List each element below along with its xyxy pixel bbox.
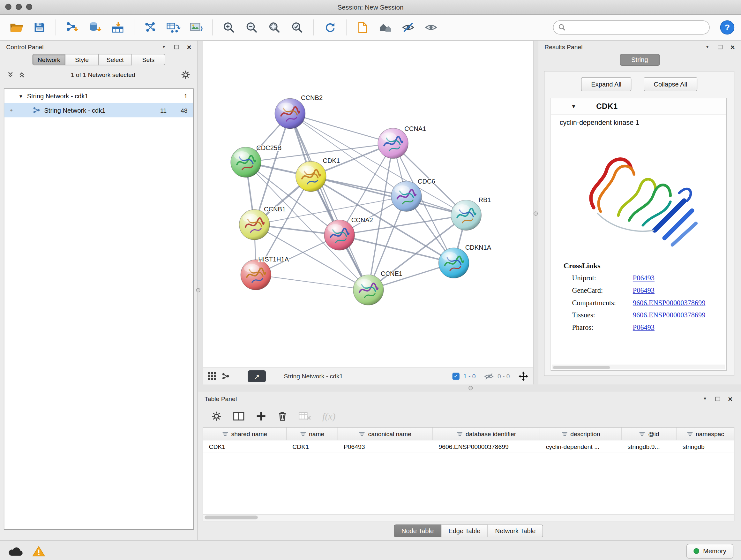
network-row[interactable]: ● String Network - cdk1 11 48	[4, 103, 193, 117]
network-edge-CDK1-RB1[interactable]	[311, 177, 466, 215]
scrollbar-thumb[interactable]	[205, 516, 258, 519]
collapse-all-icon[interactable]	[7, 71, 14, 78]
cloud-icon[interactable]	[8, 546, 24, 557]
zoom-in-icon[interactable]	[219, 17, 239, 37]
network-canvas[interactable]: CCNB2CCNA1CDC25BCDK1CDC6RB1CCNB1CCNA2CDK…	[203, 41, 533, 368]
network-node-CCNB1[interactable]	[239, 209, 270, 240]
column-header-database-identifier[interactable]: database identifier	[433, 428, 540, 440]
title-bar[interactable]: Session: New Session	[0, 0, 741, 15]
tab-network[interactable]: Network	[32, 54, 65, 65]
tab-string[interactable]: String	[620, 54, 660, 66]
table-row-cdk1[interactable]: CDK1 CDK1 P06493 9606.ENSP00000378699 cy…	[203, 440, 734, 453]
detach-view-button[interactable]: ↗	[248, 370, 266, 382]
cell-name[interactable]: CDK1	[286, 440, 338, 453]
expand-all-button[interactable]: Expand All	[581, 77, 631, 91]
cell-namespace[interactable]: stringdb	[677, 440, 734, 453]
column-header-namespace[interactable]: namespac	[677, 428, 734, 440]
open-session-icon[interactable]	[7, 17, 26, 37]
search-input[interactable]	[569, 23, 704, 31]
network-node-CCNE1[interactable]	[353, 275, 384, 305]
column-header-canonical-name[interactable]: canonical name	[338, 428, 433, 440]
import-network-from-database-icon[interactable]	[85, 17, 105, 37]
network-node-HIST1H1A[interactable]	[241, 260, 271, 290]
pharos-link[interactable]: P06493	[633, 323, 655, 331]
panel-float-icon[interactable]	[174, 45, 179, 49]
new-network-icon[interactable]	[140, 17, 160, 37]
toolbar-search[interactable]	[553, 20, 710, 35]
network-collection-row[interactable]: ▼ String Network - cdk1 1	[4, 89, 193, 103]
clone-network-icon[interactable]	[163, 17, 183, 37]
selected-checkbox-icon[interactable]: ✓	[453, 373, 460, 380]
cell-description[interactable]: cyclin-dependent ...	[540, 440, 622, 453]
gear-icon[interactable]	[181, 70, 191, 79]
birdseye-home-icon[interactable]	[376, 17, 395, 37]
show-graphics-details-eye-icon[interactable]	[421, 17, 441, 37]
card-horizontal-scrollbar[interactable]	[552, 365, 725, 369]
genecard-link[interactable]: P06493	[633, 287, 655, 294]
column-header-name[interactable]: name	[286, 428, 338, 440]
tab-select[interactable]: Select	[98, 54, 132, 65]
tab-node-table[interactable]: Node Table	[394, 524, 441, 537]
import-table-from-file-icon[interactable]	[108, 17, 128, 37]
grid-view-icon[interactable]	[208, 372, 216, 380]
panel-menu-icon[interactable]: ▼	[162, 45, 166, 49]
network-node-CCNA2[interactable]	[324, 220, 354, 250]
network-node-CCNB2[interactable]	[275, 98, 305, 129]
import-network-from-file-icon[interactable]	[62, 17, 82, 37]
zoom-selected-icon[interactable]	[287, 17, 307, 37]
memory-button[interactable]: Memory	[686, 544, 733, 558]
network-edge-CCNB2-CCNE1[interactable]	[290, 114, 368, 290]
expand-all-icon[interactable]	[18, 71, 25, 78]
panel-menu-icon[interactable]: ▼	[703, 397, 707, 401]
card-caret-icon[interactable]: ▼	[571, 104, 576, 109]
zoom-out-icon[interactable]	[242, 17, 261, 37]
table-gear-icon[interactable]	[211, 411, 222, 422]
help-button[interactable]: ?	[720, 20, 735, 35]
window-close-button[interactable]	[5, 4, 11, 10]
column-header-id[interactable]: @id	[622, 428, 677, 440]
pan-crosshair-icon[interactable]	[518, 371, 528, 381]
network-node-CDK1[interactable]	[296, 161, 326, 192]
column-header-shared-name[interactable]: shared name	[203, 428, 287, 440]
network-node-CDC6[interactable]	[391, 181, 421, 211]
cell-canonical-name[interactable]: P06493	[338, 440, 433, 453]
network-node-CDKN1A[interactable]	[439, 248, 469, 278]
uniprot-link[interactable]: P06493	[633, 274, 655, 282]
zoom-fit-content-icon[interactable]	[265, 17, 284, 37]
panel-float-icon[interactable]	[715, 397, 720, 401]
add-column-icon[interactable]	[233, 412, 245, 421]
network-node-CDC25B[interactable]	[231, 147, 261, 178]
tab-sets[interactable]: Sets	[132, 54, 165, 65]
window-zoom-button[interactable]	[26, 4, 32, 10]
network-edge-HIST1H1A-CCNE1[interactable]	[256, 275, 368, 290]
session-snapshot-icon[interactable]	[353, 17, 373, 37]
panel-menu-icon[interactable]: ▼	[705, 45, 710, 49]
network-edge-CCNB2-CCNA1[interactable]	[290, 114, 393, 143]
delete-column-trash-icon[interactable]	[278, 411, 287, 422]
collapse-all-button[interactable]: Collapse All	[644, 77, 697, 91]
tab-network-table[interactable]: Network Table	[488, 524, 543, 537]
horizontal-splitter[interactable]	[198, 384, 741, 391]
export-image-icon[interactable]	[186, 17, 206, 37]
cell-id[interactable]: stringdb:9...	[622, 440, 677, 453]
panel-close-icon[interactable]: ×	[731, 44, 735, 51]
save-session-icon[interactable]	[29, 17, 49, 37]
apply-preferred-layout-icon[interactable]	[320, 17, 340, 37]
tab-style[interactable]: Style	[65, 54, 98, 65]
right-splitter-handle[interactable]	[534, 211, 538, 215]
tab-edge-table[interactable]: Edge Table	[441, 524, 488, 537]
column-header-description[interactable]: description	[540, 428, 622, 440]
cell-shared-name[interactable]: CDK1	[203, 440, 287, 453]
tissues-link[interactable]: 9606.ENSP00000378699	[633, 311, 705, 319]
panel-close-icon[interactable]: ×	[187, 44, 192, 51]
hide-details-eye-slash-icon[interactable]	[398, 17, 418, 37]
network-node-RB1[interactable]	[451, 200, 481, 231]
network-icon[interactable]	[222, 372, 230, 380]
warning-icon[interactable]	[32, 546, 45, 557]
tree-caret-icon[interactable]: ▼	[18, 94, 23, 99]
window-minimize-button[interactable]	[16, 4, 22, 10]
cell-database-identifier[interactable]: 9606.ENSP00000378699	[433, 440, 540, 453]
compartments-link[interactable]: 9606.ENSP00000378699	[633, 299, 705, 307]
network-node-CCNA1[interactable]	[378, 128, 408, 159]
add-row-plus-icon[interactable]	[256, 411, 266, 422]
